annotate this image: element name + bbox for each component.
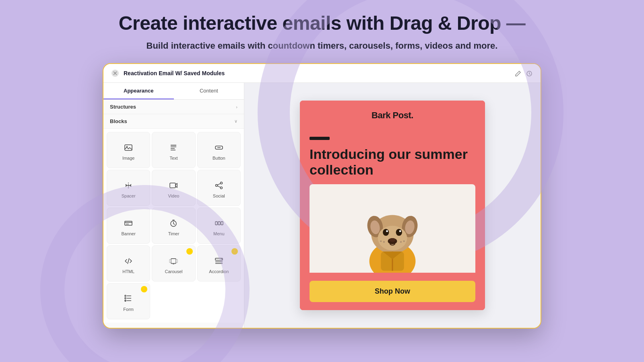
svg-point-18 — [220, 182, 222, 184]
block-accordion[interactable]: ⚡ Accordion — [197, 245, 241, 282]
email-preview-area: Bark Post. Introducing our summer collec… — [244, 83, 541, 328]
main-content: Appearance Content Structures › Blocks ∨ — [103, 83, 541, 328]
svg-point-55 — [383, 229, 389, 236]
svg-point-58 — [399, 230, 401, 232]
svg-rect-43 — [125, 298, 126, 299]
edit-icon[interactable] — [515, 70, 521, 77]
svg-line-22 — [217, 186, 220, 187]
blocks-label: Blocks — [110, 118, 127, 124]
page-headline: Create interactive emails with Drag & Dr… — [119, 12, 525, 34]
svg-rect-33 — [169, 259, 171, 263]
tab-appearance[interactable]: Appearance — [103, 83, 174, 99]
svg-rect-29 — [218, 222, 220, 225]
block-carousel[interactable]: ⚡ Carousel — [152, 245, 195, 282]
email-preview-card: Bark Post. Introducing our summer collec… — [300, 101, 485, 310]
accordion-badge: ⚡ — [231, 248, 238, 255]
svg-point-56 — [396, 229, 402, 236]
modules-section[interactable]: Modules › — [103, 323, 244, 328]
svg-line-41 — [221, 259, 222, 259]
text-label: Text — [169, 156, 178, 160]
video-icon — [169, 180, 178, 191]
svg-point-63 — [400, 241, 402, 243]
dog-illustration — [352, 184, 433, 273]
block-form[interactable]: ⚡ Form — [107, 283, 150, 319]
block-timer[interactable]: Timer — [152, 208, 195, 244]
page-subheadline: Build interactive emails with countdown … — [147, 41, 498, 51]
svg-rect-42 — [125, 295, 126, 296]
title-bar-actions — [515, 70, 533, 77]
block-button[interactable]: Button — [197, 132, 241, 168]
timer-label: Timer — [168, 231, 180, 236]
svg-rect-34 — [176, 259, 178, 263]
email-headline: Introducing our summer collection — [310, 146, 475, 178]
block-banner[interactable]: Banner — [107, 208, 150, 244]
form-badge: ⚡ — [141, 286, 147, 292]
modules-chevron-icon: › — [236, 327, 237, 328]
accordion-icon — [215, 255, 223, 267]
email-accent-bar — [310, 137, 330, 140]
block-video[interactable]: Video — [152, 170, 195, 206]
svg-line-31 — [128, 258, 129, 264]
svg-point-61 — [383, 241, 385, 243]
email-image-card — [310, 184, 475, 273]
sidebar-tabs: Appearance Content — [103, 83, 244, 100]
spacer-icon — [124, 180, 133, 191]
menu-icon — [215, 218, 223, 229]
banner-icon — [124, 218, 133, 229]
svg-rect-23 — [125, 221, 132, 225]
html-label: HTML — [122, 269, 134, 274]
tab-content[interactable]: Content — [174, 83, 244, 99]
image-label: Image — [122, 156, 135, 160]
carousel-badge: ⚡ — [186, 248, 193, 255]
svg-line-21 — [217, 183, 220, 185]
shop-now-button[interactable]: Shop Now — [310, 281, 475, 302]
modules-label: Modules — [110, 327, 131, 328]
email-body: Introducing our summer collection — [300, 130, 485, 273]
svg-point-36 — [173, 264, 174, 265]
carousel-icon — [169, 255, 178, 267]
svg-point-54 — [378, 226, 407, 250]
video-label: Video — [168, 193, 180, 198]
timer-icon — [169, 218, 178, 229]
carousel-label: Carousel — [165, 269, 182, 274]
svg-rect-32 — [171, 259, 176, 263]
svg-rect-28 — [215, 222, 217, 225]
image-icon — [124, 142, 133, 153]
menu-label: Menu — [213, 231, 225, 236]
app-window: Reactivation Email W/ Saved Modules — [103, 63, 541, 329]
block-html[interactable]: HTML — [107, 245, 150, 282]
svg-point-19 — [215, 185, 217, 187]
form-label: Form — [123, 307, 134, 312]
close-button[interactable] — [111, 70, 119, 77]
block-social[interactable]: Social — [197, 170, 241, 206]
block-menu[interactable]: Menu — [197, 208, 241, 244]
svg-rect-3 — [125, 145, 132, 150]
structures-label: Structures — [110, 104, 136, 110]
svg-rect-30 — [221, 222, 223, 225]
block-text[interactable]: Text — [152, 132, 195, 168]
block-spacer[interactable]: Spacer — [107, 170, 150, 206]
social-label: Social — [213, 193, 225, 198]
svg-point-60 — [389, 238, 395, 242]
sidebar: Appearance Content Structures › Blocks ∨ — [103, 83, 244, 328]
structures-chevron-icon: › — [236, 105, 237, 109]
svg-point-57 — [386, 230, 388, 232]
form-icon — [124, 293, 133, 304]
svg-point-37 — [174, 264, 175, 265]
button-icon — [215, 142, 223, 153]
accordion-label: Accordion — [209, 269, 229, 274]
email-footer: Shop Now — [300, 273, 485, 310]
history-icon[interactable] — [526, 70, 533, 77]
svg-point-64 — [403, 241, 405, 242]
blocks-section[interactable]: Blocks ∨ — [103, 114, 244, 129]
block-image[interactable]: Image — [107, 132, 150, 168]
blocks-chevron-icon: ∨ — [234, 119, 237, 124]
svg-rect-17 — [170, 183, 175, 188]
structures-section[interactable]: Structures › — [103, 100, 244, 114]
social-icon — [215, 180, 223, 191]
svg-point-20 — [220, 187, 222, 189]
blocks-grid: Image Text — [103, 129, 244, 323]
document-title: Reactivation Email W/ Saved Modules — [124, 70, 510, 76]
svg-point-62 — [380, 241, 382, 242]
banner-label: Banner — [121, 231, 135, 236]
